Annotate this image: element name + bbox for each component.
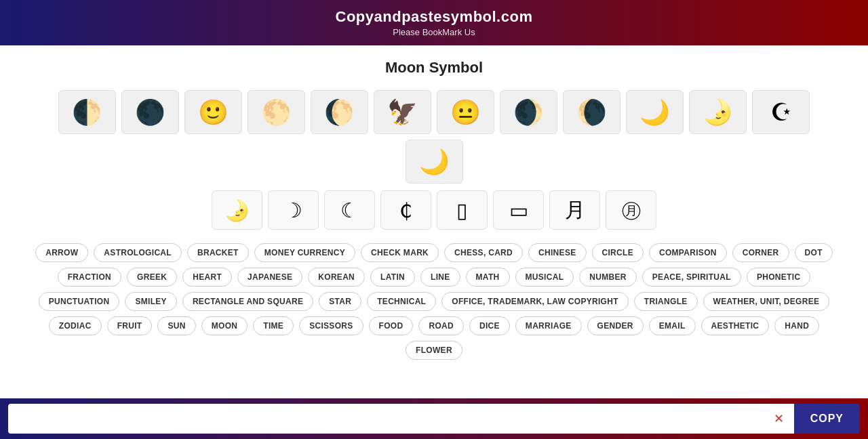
category-tag[interactable]: MUSICAL — [515, 268, 574, 287]
symbol-cell[interactable]: 🌙 — [626, 90, 684, 134]
category-tag[interactable]: DOT — [795, 243, 833, 262]
category-tag[interactable]: KOREAN — [308, 268, 365, 287]
category-tag[interactable]: TECHNICAL — [367, 292, 436, 311]
category-tag[interactable]: RECTANGLE AND SQUARE — [182, 292, 313, 311]
page-title: Moon Symbol — [385, 59, 483, 77]
copy-button[interactable]: COPY — [794, 404, 860, 434]
category-tag[interactable]: CHECK MARK — [361, 243, 439, 262]
category-tag[interactable]: FRUIT — [107, 316, 153, 335]
category-tag[interactable]: BRACKET — [187, 243, 249, 262]
symbol-cell[interactable]: ㊊ — [606, 190, 656, 230]
category-tag[interactable]: JAPANESE — [237, 268, 302, 287]
copy-input[interactable] — [8, 404, 764, 434]
symbol-cell[interactable]: ☾ — [324, 190, 375, 230]
category-tag[interactable]: NUMBER — [579, 268, 636, 287]
site-title: Copyandpastesymbol.com — [14, 8, 854, 26]
symbol-cell[interactable]: 🌒 — [500, 90, 557, 134]
category-tag[interactable]: COMPARISON — [649, 243, 727, 262]
category-tag[interactable]: ARROW — [35, 243, 88, 262]
category-tag[interactable]: FOOD — [369, 316, 414, 335]
category-tag[interactable]: LINE — [420, 268, 460, 287]
category-tag[interactable]: SMILEY — [125, 292, 176, 311]
category-tag[interactable]: OFFICE, TRADEMARK, LAW COPYRIGHT — [441, 292, 629, 311]
category-tag[interactable]: PEACE, SPIRITUAL — [642, 268, 741, 287]
category-section: ARROWASTROLOGICALBRACKETMONEY CURRENCYCH… — [27, 243, 841, 360]
category-tag[interactable]: CIRCLE — [592, 243, 644, 262]
category-tag[interactable]: ZODIAC — [49, 316, 102, 335]
category-tag[interactable]: MARRIAGE — [515, 316, 582, 335]
category-tag[interactable]: HEART — [182, 268, 232, 287]
category-tag[interactable]: GENDER — [587, 316, 644, 335]
category-tag[interactable]: MATH — [466, 268, 510, 287]
category-tag[interactable]: STAR — [319, 292, 361, 311]
bottom-bar: ✕ COPY — [0, 398, 868, 439]
category-tag[interactable]: TRIANGLE — [634, 292, 698, 311]
symbol-grid-row2: 🌛☽☾₵▯▭月㊊ — [27, 190, 841, 230]
main-content: Moon Symbol 🌓🌑🙂🌕🌔🦅😐🌒🌘🌙🌛☪🌙 🌛☽☾₵▯▭月㊊ ARROW… — [0, 45, 868, 398]
category-tag[interactable]: SCISSORS — [299, 316, 363, 335]
clear-button[interactable]: ✕ — [764, 404, 794, 434]
category-tag[interactable]: HAND — [774, 316, 819, 335]
site-header: Copyandpastesymbol.com Please BookMark U… — [0, 0, 868, 45]
symbol-cell[interactable]: ▯ — [437, 190, 488, 230]
category-tag[interactable]: AESTHETIC — [701, 316, 770, 335]
category-tag[interactable]: FRACTION — [58, 268, 121, 287]
site-subtitle: Please BookMark Us — [14, 27, 854, 37]
category-tag[interactable]: PHONETIC — [747, 268, 810, 287]
symbol-cell[interactable]: 月 — [549, 190, 600, 230]
category-tag[interactable]: SUN — [157, 316, 195, 335]
category-tag[interactable]: MONEY CURRENCY — [254, 243, 355, 262]
category-tag[interactable]: MOON — [201, 316, 248, 335]
symbol-grid-row1: 🌓🌑🙂🌕🌔🦅😐🌒🌘🌙🌛☪🌙 — [27, 90, 841, 184]
symbol-cell[interactable]: 🦅 — [374, 90, 431, 134]
symbol-cell[interactable]: 😐 — [437, 90, 494, 134]
category-tag[interactable]: CORNER — [732, 243, 789, 262]
category-tag[interactable]: FLOWER — [406, 341, 462, 360]
symbol-cell[interactable]: 🌔 — [311, 90, 368, 134]
symbol-cell[interactable]: 🌙 — [406, 140, 463, 184]
category-tag[interactable]: TIME — [253, 316, 294, 335]
category-tag[interactable]: LATIN — [370, 268, 415, 287]
category-tag[interactable]: CHINESE — [528, 243, 586, 262]
category-tag[interactable]: GREEK — [127, 268, 177, 287]
symbol-cell[interactable]: ☽ — [268, 190, 319, 230]
symbol-cell[interactable]: 🌘 — [563, 90, 620, 134]
category-tag[interactable]: ASTROLOGICAL — [94, 243, 182, 262]
symbol-cell[interactable]: 🌛 — [212, 190, 262, 230]
category-tag[interactable]: WEATHER, UNIT, DEGREE — [703, 292, 830, 311]
symbol-cell[interactable]: 🌓 — [58, 90, 116, 134]
symbol-cell[interactable]: 🌛 — [689, 90, 747, 134]
symbol-cell[interactable]: 🙂 — [184, 90, 242, 134]
category-tag[interactable]: PUNCTUATION — [39, 292, 120, 311]
clear-icon: ✕ — [774, 411, 784, 426]
symbol-cell[interactable]: 🌑 — [121, 90, 179, 134]
symbol-cell[interactable]: 🌕 — [248, 90, 305, 134]
symbol-cell[interactable]: ☪ — [752, 90, 810, 134]
category-tag[interactable]: CHESS, CARD — [444, 243, 523, 262]
category-tag[interactable]: DICE — [469, 316, 510, 335]
category-tag[interactable]: ROAD — [418, 316, 464, 335]
symbol-cell[interactable]: ▭ — [493, 190, 544, 230]
category-tag[interactable]: EMAIL — [649, 316, 696, 335]
symbol-cell[interactable]: ₵ — [380, 190, 431, 230]
